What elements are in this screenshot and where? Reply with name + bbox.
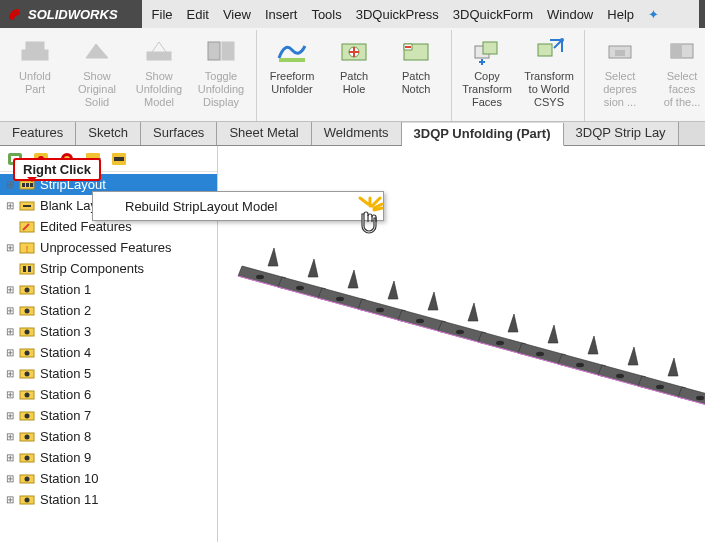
- station-icon: [18, 387, 36, 403]
- ribbon-group: Freeform UnfolderPatch HolePatch Notch: [257, 30, 452, 121]
- svg-point-74: [336, 297, 344, 301]
- svg-point-50: [25, 350, 30, 355]
- tree-item[interactable]: ⊞Station 1: [0, 279, 217, 300]
- tree-item-label: Strip Components: [40, 261, 144, 276]
- ribbon-button-patch-notch[interactable]: Patch Notch: [385, 32, 447, 119]
- tree-expander-icon[interactable]: ⊞: [4, 242, 16, 253]
- station-icon: [18, 282, 36, 298]
- menu-file[interactable]: File: [152, 7, 173, 22]
- menu-window[interactable]: Window: [547, 7, 593, 22]
- command-tab[interactable]: Sheet Metal: [217, 122, 311, 145]
- svg-rect-33: [22, 183, 25, 187]
- tree-item[interactable]: ⊞Station 10: [0, 468, 217, 489]
- tree-item[interactable]: ⊞Station 9: [0, 447, 217, 468]
- ribbon-button-to-world[interactable]: Transform to World CSYS: [518, 32, 580, 119]
- command-tab[interactable]: 3DQP Unfolding (Part): [402, 123, 564, 146]
- station-icon: [18, 324, 36, 340]
- menu-insert[interactable]: Insert: [265, 7, 298, 22]
- tree-item-label: Station 4: [40, 345, 91, 360]
- svg-point-66: [256, 275, 264, 279]
- tree-item[interactable]: ⊞Station 11: [0, 489, 217, 510]
- tree-item[interactable]: ⊞Station 2: [0, 300, 217, 321]
- ribbon-button-toggle-display: Toggle Unfolding Display: [190, 32, 252, 119]
- ribbon-button-patch-hole[interactable]: Patch Hole: [323, 32, 385, 119]
- menu-tools[interactable]: Tools: [311, 7, 341, 22]
- menu-help[interactable]: Help: [607, 7, 634, 22]
- patch-hole-icon: [337, 34, 371, 68]
- tree-expander-icon[interactable]: ⊞: [4, 326, 16, 337]
- menu-edit[interactable]: Edit: [187, 7, 209, 22]
- tree-expander-icon[interactable]: ⊞: [4, 494, 16, 505]
- command-tab[interactable]: 3DQP Strip Lay: [564, 122, 679, 145]
- tree-item[interactable]: ⊞Station 6: [0, 384, 217, 405]
- freeform-icon: [275, 34, 309, 68]
- show-unfold-icon: [142, 34, 176, 68]
- context-menu-rebuild[interactable]: Rebuild StripLayout Model: [93, 192, 383, 220]
- solidworks-logo-icon: [6, 5, 24, 23]
- tree-expander-icon[interactable]: ⊞: [4, 431, 16, 442]
- tree-item[interactable]: ⊞Station 3: [0, 321, 217, 342]
- station-icon: [18, 408, 36, 424]
- menu-3dquickpress[interactable]: 3DQuickPress: [356, 7, 439, 22]
- svg-marker-79: [388, 281, 398, 299]
- tree-item[interactable]: ⊞!Unprocessed Features: [0, 237, 217, 258]
- ribbon-button-label: Show Original Solid: [78, 70, 116, 109]
- svg-point-64: [25, 497, 30, 502]
- svg-rect-13: [483, 42, 497, 54]
- ribbon-button-label: Unfold Part: [19, 70, 51, 96]
- tree-item[interactable]: ⊞Station 8: [0, 426, 217, 447]
- right-click-callout: Right Click: [13, 158, 101, 181]
- ribbon-button-label: Transform to World CSYS: [524, 70, 574, 109]
- svg-marker-103: [628, 347, 638, 365]
- tree-expander-icon[interactable]: ⊞: [4, 410, 16, 421]
- toggle-display-icon: [204, 34, 238, 68]
- app-name: SOLIDWORKS: [28, 7, 118, 22]
- cursor-pointer-icon: [348, 196, 388, 240]
- menu-search-icon[interactable]: ✦: [648, 7, 659, 22]
- command-tab[interactable]: Features: [0, 122, 76, 145]
- svg-marker-67: [268, 248, 278, 266]
- ribbon-button-label: Copy Transform Faces: [462, 70, 512, 109]
- tree-expander-icon[interactable]: ⊞: [4, 452, 16, 463]
- svg-rect-42: [28, 266, 31, 272]
- tree-expander-icon[interactable]: ⊞: [4, 284, 16, 295]
- tree-item[interactable]: ⊞Station 5: [0, 363, 217, 384]
- tree-item-label: Station 10: [40, 471, 99, 486]
- tree-expander-icon[interactable]: ⊞: [4, 305, 16, 316]
- svg-rect-4: [222, 42, 234, 60]
- ribbon-button-label: Freeform Unfolder: [270, 70, 315, 96]
- tree-expander-icon[interactable]: ⊞: [4, 368, 16, 379]
- tree-expander-icon[interactable]: ⊞: [4, 347, 16, 358]
- station-icon: [18, 366, 36, 382]
- station-icon: [18, 345, 36, 361]
- svg-point-44: [25, 287, 30, 292]
- command-tab[interactable]: Weldments: [312, 122, 402, 145]
- svg-point-58: [25, 434, 30, 439]
- svg-point-110: [696, 396, 704, 400]
- tree-expander-icon[interactable]: ⊞: [4, 473, 16, 484]
- ribbon: Unfold PartShow Original SolidShow Unfol…: [0, 28, 705, 122]
- tree-item[interactable]: ⊞Station 7: [0, 405, 217, 426]
- svg-point-90: [496, 341, 504, 345]
- svg-point-102: [616, 374, 624, 378]
- menu-view[interactable]: View: [223, 7, 251, 22]
- tree-item[interactable]: Strip Components: [0, 258, 217, 279]
- svg-rect-14: [538, 44, 552, 56]
- menu-3dquickform[interactable]: 3DQuickForm: [453, 7, 533, 22]
- svg-point-86: [456, 330, 464, 334]
- ribbon-button-freeform[interactable]: Freeform Unfolder: [261, 32, 323, 119]
- tree-strip-icon[interactable]: [108, 149, 130, 169]
- main-menu: File Edit View Insert Tools 3DQuickPress…: [152, 7, 659, 22]
- command-tab[interactable]: Surfaces: [141, 122, 217, 145]
- tree-expander-icon[interactable]: ⊞: [4, 200, 16, 211]
- ribbon-button-copy-faces[interactable]: Copy Transform Faces: [456, 32, 518, 119]
- svg-point-60: [25, 455, 30, 460]
- tree-item-label: Station 8: [40, 429, 91, 444]
- command-tab[interactable]: Sketch: [76, 122, 141, 145]
- svg-point-52: [25, 371, 30, 376]
- ribbon-group: Copy Transform FacesTransform to World C…: [452, 30, 585, 121]
- tree-expander-icon[interactable]: ⊞: [4, 389, 16, 400]
- svg-rect-19: [671, 44, 682, 58]
- ribbon-button-sel-depression: Select depres sion ...: [589, 32, 651, 119]
- tree-item[interactable]: ⊞Station 4: [0, 342, 217, 363]
